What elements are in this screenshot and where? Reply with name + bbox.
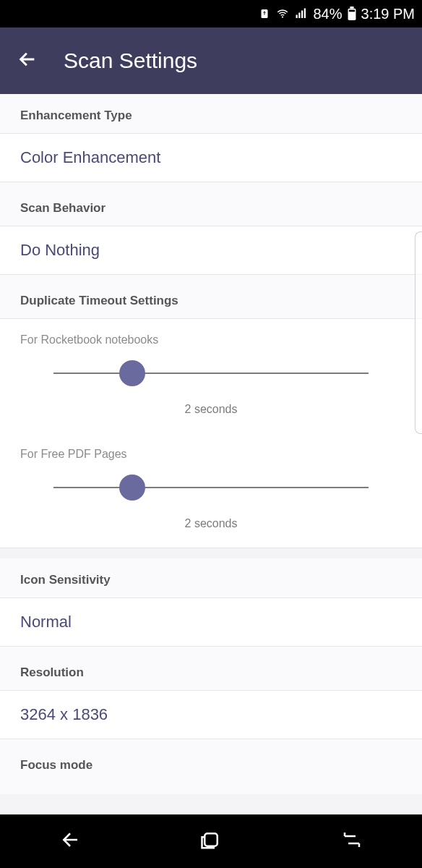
icon-sensitivity-label: Icon Sensitivity: [0, 558, 422, 598]
focus-mode-label: Focus mode: [0, 739, 422, 794]
wifi-icon: [275, 7, 290, 20]
nav-back-button[interactable]: [59, 829, 81, 854]
clock: 3:19 PM: [361, 6, 415, 22]
home-icon: [200, 829, 222, 851]
signal-icon: [294, 7, 309, 20]
battery-percent: 84%: [313, 6, 342, 22]
rocketbook-timeout-label: For Rocketbook notebooks: [20, 333, 402, 346]
svg-rect-4: [301, 11, 303, 19]
svg-rect-5: [304, 9, 306, 19]
arrow-left-icon: [59, 829, 81, 851]
scan-behavior-value[interactable]: Do Nothing: [0, 226, 422, 275]
slider-thumb[interactable]: [119, 475, 145, 501]
svg-rect-3: [299, 13, 301, 19]
enhancement-type-value[interactable]: Color Enhancement: [0, 134, 422, 182]
system-nav-bar: [0, 814, 422, 868]
app-bar: Scan Settings: [0, 27, 422, 94]
slider-track: [53, 373, 369, 374]
rocketbook-timeout-block: For Rocketbook notebooks 2 seconds: [0, 319, 422, 433]
enhancement-type-label: Enhancement Type: [0, 94, 422, 134]
svg-rect-2: [296, 15, 298, 19]
svg-rect-7: [350, 7, 353, 9]
nav-home-button[interactable]: [200, 829, 222, 854]
svg-rect-9: [204, 833, 218, 846]
freepdf-timeout-slider[interactable]: [53, 487, 369, 488]
svg-rect-8: [348, 10, 354, 12]
status-bar: 84% 3:19 PM: [0, 0, 422, 27]
resolution-value[interactable]: 3264 x 1836: [0, 691, 422, 739]
freepdf-timeout-label: For Free PDF Pages: [20, 448, 402, 461]
battery-icon: [347, 7, 357, 21]
rocketbook-timeout-slider[interactable]: [53, 373, 369, 374]
nav-recents-button[interactable]: [341, 829, 363, 854]
icon-sensitivity-value[interactable]: Normal: [0, 598, 422, 647]
arrow-left-icon: [17, 49, 38, 69]
svg-point-1: [282, 16, 283, 17]
freepdf-timeout-block: For Free PDF Pages 2 seconds: [0, 433, 422, 548]
back-button[interactable]: [17, 49, 38, 72]
duplicate-timeout-label: Duplicate Timeout Settings: [0, 275, 422, 319]
slider-thumb[interactable]: [119, 360, 145, 386]
edge-panel-handle[interactable]: [415, 231, 422, 434]
rocketbook-timeout-value: 2 seconds: [20, 403, 402, 416]
resolution-label: Resolution: [0, 647, 422, 691]
recycle-icon: [258, 7, 271, 20]
slider-track: [53, 487, 369, 488]
scan-behavior-label: Scan Behavior: [0, 182, 422, 226]
recents-icon: [341, 829, 363, 851]
page-title: Scan Settings: [64, 48, 197, 73]
freepdf-timeout-value: 2 seconds: [20, 517, 402, 530]
settings-list: Enhancement Type Color Enhancement Scan …: [0, 94, 422, 794]
